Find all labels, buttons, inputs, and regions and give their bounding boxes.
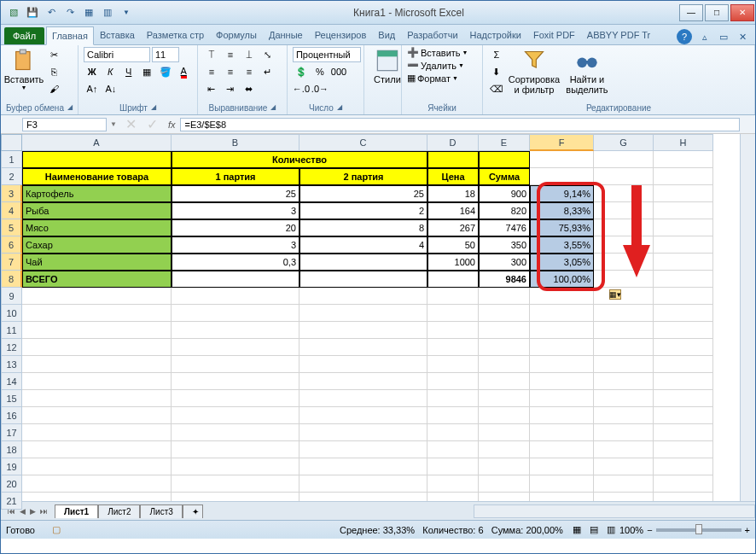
cell[interactable] [594,202,654,219]
cell[interactable]: 9846 [479,271,530,288]
cell[interactable] [479,390,530,407]
align-middle-button[interactable]: ≡ [222,47,239,62]
cell[interactable]: 267 [427,219,479,236]
row-header[interactable]: 20 [1,475,22,493]
cell[interactable]: 7476 [479,219,530,236]
cell[interactable]: 3,55% [530,236,594,254]
autosum-button[interactable]: Σ [488,47,505,62]
cell[interactable]: 25 [299,185,427,202]
minimize-button[interactable]: — [679,4,703,21]
row-header[interactable]: 7 [1,254,22,271]
row-header[interactable]: 16 [1,407,22,424]
tab-page-layout[interactable]: Разметка стр [141,26,210,44]
cell[interactable] [427,390,479,407]
column-header[interactable]: D [427,134,479,151]
cell[interactable] [172,322,299,339]
row-header[interactable]: 4 [1,202,22,219]
cell[interactable]: 4 [299,236,427,254]
cell[interactable] [172,493,299,501]
fill-button[interactable]: ⬇ [488,64,505,79]
cell[interactable] [172,475,299,493]
cell[interactable]: 0,3 [172,254,299,271]
align-left-button[interactable]: ≡ [203,64,220,79]
cell[interactable] [654,339,713,356]
cell[interactable]: 2 партия [299,168,427,185]
cancel-formula-icon[interactable]: ✕ [120,116,142,132]
cell[interactable] [594,271,654,288]
underline-button[interactable]: Ч [120,64,137,79]
cell[interactable] [530,339,594,356]
cell[interactable] [654,493,713,501]
cell[interactable] [654,185,713,202]
cell[interactable] [299,356,427,373]
shrink-font-button[interactable]: A↓ [102,81,119,96]
cell[interactable]: 50 [427,236,479,254]
cell[interactable]: Картофель [22,185,172,202]
cell[interactable]: 8,33% [530,202,594,219]
row-header[interactable]: 6 [1,236,22,254]
row-header[interactable]: 12 [1,339,22,356]
cell[interactable] [530,424,594,441]
cell[interactable] [530,407,594,424]
sheet-nav-prev-icon[interactable]: ◀ [18,505,27,517]
cell[interactable] [22,458,172,475]
dialog-launcher-icon[interactable]: ◢ [337,103,342,113]
cell[interactable] [299,305,427,322]
excel-icon[interactable]: ▧ [6,5,21,20]
clear-button[interactable]: ⌫ [488,81,505,96]
row-header[interactable]: 18 [1,441,22,458]
macro-record-icon[interactable]: ▢ [52,524,61,535]
font-color-button[interactable]: A [175,64,192,79]
copy-icon[interactable]: ⎘ [45,64,62,79]
delete-cells-button[interactable]: ➖Удалить ▼ [407,60,464,71]
cell[interactable] [299,390,427,407]
tab-file[interactable]: Файл [4,27,44,44]
cell[interactable] [299,441,427,458]
cell[interactable] [172,271,299,288]
cell[interactable] [427,441,479,458]
cell[interactable] [479,373,530,390]
cell[interactable] [427,475,479,493]
sort-filter-button[interactable]: Сортировка и фильтр [509,47,560,102]
select-all-button[interactable] [1,134,22,151]
cell[interactable]: 3 [172,236,299,254]
row-header[interactable]: 10 [1,305,22,322]
cell[interactable] [427,373,479,390]
cell[interactable] [594,219,654,236]
cell[interactable] [172,288,299,305]
cell[interactable]: 20 [172,219,299,236]
cell[interactable] [654,458,713,475]
row-header[interactable]: 19 [1,458,22,475]
tab-addins[interactable]: Надстройки [464,26,527,44]
cell[interactable] [479,424,530,441]
cell[interactable]: 900 [479,185,530,202]
cell[interactable]: 8 [299,219,427,236]
save-icon[interactable]: 💾 [25,5,40,20]
cell[interactable]: 1 партия [172,168,299,185]
cell[interactable] [22,151,172,168]
cell[interactable]: Чай [22,254,172,271]
dialog-launcher-icon[interactable]: ◢ [151,103,156,113]
column-header[interactable]: C [299,134,427,151]
find-select-button[interactable]: Найти и выделить [563,47,611,102]
zoom-in-button[interactable]: + [745,525,750,535]
cell[interactable] [594,288,654,305]
cell[interactable]: Сумма [479,168,530,185]
merge-button[interactable]: ⬌ [241,81,258,96]
column-header[interactable]: F [530,134,594,151]
cell[interactable] [594,236,654,254]
comma-format-button[interactable]: 000 [330,64,347,79]
ribbon-options-icon[interactable]: ▭ [716,29,731,44]
cell[interactable] [427,339,479,356]
row-header[interactable]: 5 [1,219,22,236]
cell[interactable] [530,288,594,305]
cell[interactable] [594,356,654,373]
cell[interactable] [654,219,713,236]
cell[interactable] [654,288,713,305]
cell[interactable] [530,356,594,373]
cell[interactable] [299,407,427,424]
cell[interactable] [427,322,479,339]
tab-review[interactable]: Рецензиров [309,26,373,44]
cell[interactable] [594,322,654,339]
cell[interactable] [479,493,530,501]
